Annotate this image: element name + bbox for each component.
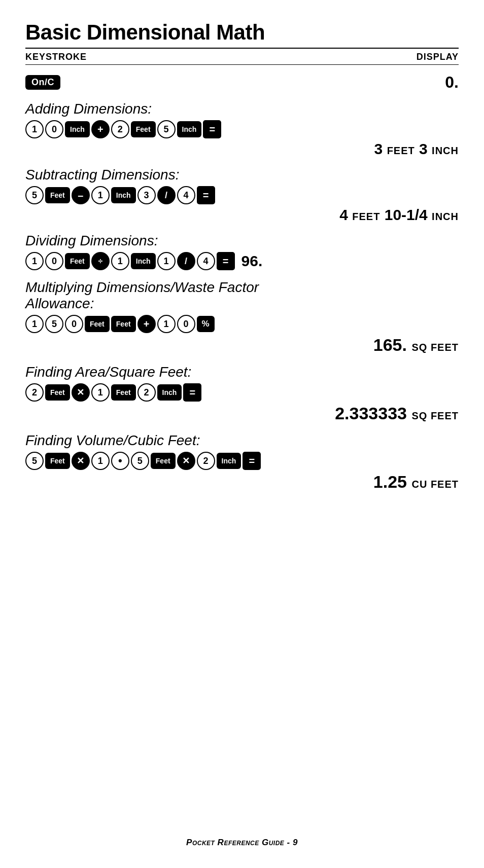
key-1d[interactable]: 1 — [111, 252, 129, 270]
key-feet3[interactable]: Feet — [65, 253, 90, 269]
key-mult2[interactable]: ✕ — [72, 452, 90, 470]
key-pct[interactable]: % — [197, 316, 215, 332]
key-5b[interactable]: 5 — [25, 186, 44, 204]
area-section: Finding Area/Square Feet: 2 Feet ✕ 1 Fee… — [25, 364, 459, 423]
key-0c[interactable]: 0 — [45, 252, 63, 270]
onc-row: On/C 0. — [25, 73, 459, 92]
key-4[interactable]: 4 — [177, 186, 195, 204]
volume-section: Finding Volume/Cubic Feet: 5 Feet ✕ 1 • … — [25, 432, 459, 492]
key-mult[interactable]: ✕ — [72, 383, 90, 402]
key-plus[interactable]: + — [91, 120, 110, 138]
subtracting-keystrokes: 5 Feet – 1 Inch 3 / 4 = — [25, 186, 459, 204]
key-slash2[interactable]: / — [177, 252, 195, 270]
multiplying-result: 165. SQ FEET — [25, 335, 459, 355]
volume-result-main: 1.25 CU FEET — [373, 472, 459, 491]
subtracting-result-text: 4 FEET 10-1/4 INCH — [339, 206, 459, 223]
dividing-section: Dividing Dimensions: 1 0 Feet ÷ 1 Inch 1… — [25, 233, 459, 270]
key-0d[interactable]: 0 — [65, 315, 83, 333]
adding-title: Adding Dimensions: — [25, 101, 459, 117]
adding-keystrokes: 1 0 Inch + 2 Feet 5 Inch = — [25, 120, 459, 138]
key-2b[interactable]: 2 — [25, 383, 44, 402]
volume-title: Finding Volume/Cubic Feet: — [25, 432, 459, 449]
key-feet9[interactable]: Feet — [151, 453, 176, 469]
subtracting-section: Subtracting Dimensions: 5 Feet – 1 Inch … — [25, 167, 459, 224]
dividing-result-inline: 96. — [241, 252, 263, 270]
header-keystroke-label: KEYSTROKE — [25, 52, 87, 62]
multiplying-keystrokes: 1 5 0 Feet Feet + 1 0 % — [25, 315, 459, 333]
key-1c[interactable]: 1 — [25, 252, 44, 270]
volume-result: 1.25 CU FEET — [25, 472, 459, 492]
key-0[interactable]: 0 — [45, 120, 63, 138]
key-inch3[interactable]: Inch — [111, 187, 136, 203]
key-inch4[interactable]: Inch — [131, 253, 156, 269]
area-title: Finding Area/Square Feet: — [25, 364, 459, 380]
key-eq[interactable]: = — [203, 120, 221, 138]
key-div[interactable]: ÷ — [91, 252, 110, 270]
key-inch[interactable]: Inch — [65, 121, 90, 137]
key-eq2[interactable]: = — [197, 186, 215, 204]
key-5d[interactable]: 5 — [25, 452, 44, 470]
key-minus[interactable]: – — [72, 186, 90, 204]
key-3[interactable]: 3 — [137, 186, 156, 204]
key-1e[interactable]: 1 — [157, 252, 176, 270]
onc-button[interactable]: On/C — [25, 75, 60, 90]
key-feet2[interactable]: Feet — [45, 187, 70, 203]
key-inch5[interactable]: Inch — [157, 384, 182, 401]
key-inch2[interactable]: Inch — [177, 121, 202, 137]
key-dot[interactable]: • — [111, 452, 129, 470]
multiplying-title: Multiplying Dimensions/Waste FactorAllow… — [25, 279, 459, 312]
key-2c[interactable]: 2 — [137, 383, 156, 402]
key-1g[interactable]: 1 — [157, 315, 176, 333]
area-result: 2.333333 SQ FEET — [25, 404, 459, 423]
key-feet7[interactable]: Feet — [111, 384, 136, 401]
adding-result: 3 FEET 3 INCH — [25, 140, 459, 158]
adding-section: Adding Dimensions: 1 0 Inch + 2 Feet 5 I… — [25, 101, 459, 158]
key-inch6[interactable]: Inch — [217, 453, 241, 469]
footer-text: Pocket Reference Guide - 9 — [186, 838, 298, 847]
page-title: Basic Dimensional Math — [25, 20, 459, 45]
key-feet5[interactable]: Feet — [111, 316, 136, 332]
key-plus2[interactable]: + — [137, 315, 156, 333]
adding-result-text: 3 FEET 3 INCH — [374, 140, 459, 157]
area-result-main: 2.333333 SQ FEET — [335, 404, 459, 423]
multiplying-result-main: 165. SQ FEET — [373, 335, 459, 354]
key-eq3[interactable]: = — [217, 252, 235, 270]
header-display-label: DISPLAY — [417, 52, 459, 62]
subtracting-result: 4 FEET 10-1/4 INCH — [25, 206, 459, 224]
footer: Pocket Reference Guide - 9 — [0, 838, 484, 848]
key-feet6[interactable]: Feet — [45, 384, 70, 401]
key-1h[interactable]: 1 — [91, 383, 110, 402]
dividing-keystrokes: 1 0 Feet ÷ 1 Inch 1 / 4 = 96. — [25, 252, 459, 270]
title-rule — [25, 48, 459, 49]
onc-display: 0. — [445, 73, 459, 92]
key-4b[interactable]: 4 — [197, 252, 215, 270]
key-eq4[interactable]: = — [183, 383, 201, 402]
key-5c[interactable]: 5 — [45, 315, 63, 333]
key-2d[interactable]: 2 — [197, 452, 215, 470]
multiplying-section: Multiplying Dimensions/Waste FactorAllow… — [25, 279, 459, 355]
key-2[interactable]: 2 — [111, 120, 129, 138]
key-5e[interactable]: 5 — [131, 452, 149, 470]
subtracting-title: Subtracting Dimensions: — [25, 167, 459, 183]
header-row: KEYSTROKE DISPLAY — [25, 50, 459, 65]
dividing-title: Dividing Dimensions: — [25, 233, 459, 249]
key-0e[interactable]: 0 — [177, 315, 195, 333]
key-mult3[interactable]: ✕ — [177, 452, 195, 470]
key-slash[interactable]: / — [157, 186, 176, 204]
volume-keystrokes: 5 Feet ✕ 1 • 5 Feet ✕ 2 Inch = — [25, 452, 459, 470]
key-1i[interactable]: 1 — [91, 452, 110, 470]
key-1b[interactable]: 1 — [91, 186, 110, 204]
key-5[interactable]: 5 — [157, 120, 176, 138]
key-feet[interactable]: Feet — [131, 121, 156, 137]
key-feet4[interactable]: Feet — [85, 316, 110, 332]
key-eq5[interactable]: = — [243, 452, 261, 470]
area-keystrokes: 2 Feet ✕ 1 Feet 2 Inch = — [25, 383, 459, 402]
key-feet8[interactable]: Feet — [45, 453, 70, 469]
key-1[interactable]: 1 — [25, 120, 44, 138]
key-1f[interactable]: 1 — [25, 315, 44, 333]
